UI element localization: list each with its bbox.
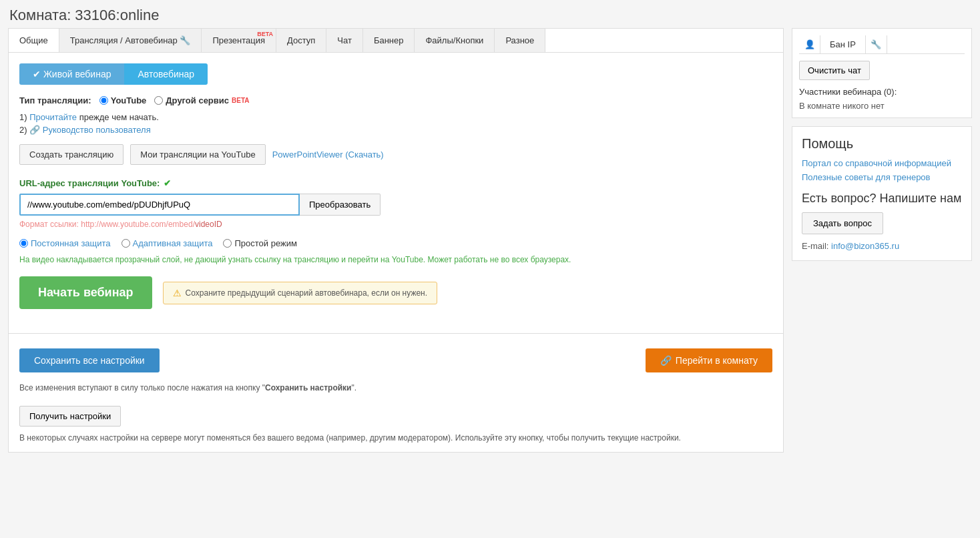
help-section: Помощь Портал со справочной информацией … <box>792 126 972 261</box>
step2-prefix: 2) <box>19 125 29 135</box>
ask-question-button[interactable]: Задать вопрос <box>802 212 883 234</box>
radio-other-service[interactable]: Другой сервис BETA <box>154 95 249 105</box>
broadcast-type-row: Тип трансляции: YouTube Другой сервис BE… <box>19 95 772 105</box>
tab-banner[interactable]: Баннер <box>363 29 415 52</box>
format-hint: Формат ссылки: http://www.youtube.com/em… <box>19 220 772 229</box>
start-row: Начать вебинар ⚠ Сохраните предыдущий сц… <box>19 276 772 309</box>
save-note: Все изменения вступают в силу только пос… <box>19 383 772 392</box>
protection-simple[interactable]: Простой режим <box>223 238 296 248</box>
right-top-card: 👤 Бан IP 🔧 Очистить чат Участники вебина… <box>792 28 972 118</box>
get-settings-button[interactable]: Получить настройки <box>19 406 121 427</box>
right-tab-user[interactable]: 👤 <box>799 35 820 53</box>
goto-icon: 🔗 <box>660 355 672 366</box>
warning-box: ⚠ Сохраните предыдущий сценарий автовеби… <box>163 282 437 304</box>
create-broadcast-button[interactable]: Создать трансляцию <box>19 144 124 165</box>
tab-bar: Общие Трансляция / Автовебинар 🔧 Презент… <box>8 28 784 52</box>
read-first-link[interactable]: Прочитайте <box>29 112 77 122</box>
auto-webinar-button[interactable]: Автовебинар <box>124 63 208 85</box>
protection-row: Постоянная защита Адаптивная защита Прос… <box>19 238 772 248</box>
user-guide-link[interactable]: Руководство пользователя <box>43 125 151 135</box>
pp-viewer-link[interactable]: PowerPointViewer (Скачать) <box>272 150 384 160</box>
url-input-row: Преобразовать <box>19 194 772 216</box>
tab-access[interactable]: Доступ <box>276 29 326 52</box>
my-broadcasts-button[interactable]: Мои трансляции на YouTube <box>130 144 266 165</box>
email-row: E-mail: info@bizon365.ru <box>802 241 962 251</box>
tab-general[interactable]: Общие <box>9 29 59 52</box>
info-links: 1) Прочитайте прежде чем начать. 2) 🔗 Ру… <box>19 112 772 135</box>
live-webinar-button[interactable]: ✔ Живой вебинар <box>19 63 124 85</box>
bottom-section: Сохранить все настройки 🔗 Перейти в комн… <box>8 334 784 453</box>
panel-content: ✔ Живой вебинар Автовебинар Тип трансляц… <box>8 52 784 334</box>
tab-files[interactable]: Файлы/Кнопки <box>415 29 495 52</box>
right-top-tabs: 👤 Бан IP 🔧 <box>799 35 965 54</box>
left-panel: Общие Трансляция / Автовебинар 🔧 Презент… <box>8 28 784 453</box>
broadcast-type-label: Тип трансляции: <box>19 95 91 105</box>
beta-badge: BETA <box>257 31 273 37</box>
wrench-icon: 🔧 <box>871 39 881 49</box>
right-tab-settings[interactable]: 🔧 <box>866 35 887 53</box>
bottom-row: Сохранить все настройки 🔗 Перейти в комн… <box>19 342 772 379</box>
read-first-suffix: прежде чем начать. <box>79 112 159 122</box>
warning-text: Сохраните предыдущий сценарий автовебина… <box>186 288 427 298</box>
external-icon: 🔗 <box>29 125 40 135</box>
convert-button[interactable]: Преобразовать <box>300 194 381 216</box>
url-label: URL-адрес трансляции YouTube: ✔ <box>19 178 772 188</box>
mode-buttons: ✔ Живой вебинар Автовебинар <box>19 63 772 85</box>
tab-chat[interactable]: Чат <box>326 29 363 52</box>
protection-adaptive[interactable]: Адаптивная защита <box>121 238 213 248</box>
no-participants-text: В комнате никого нет <box>799 101 965 111</box>
url-input[interactable] <box>19 194 300 216</box>
warning-icon: ⚠ <box>173 288 182 298</box>
right-tab-ban[interactable]: Бан IP <box>820 35 866 53</box>
tab-misc[interactable]: Разное <box>495 29 545 52</box>
protection-note: На видео накладывается прозрачный слой, … <box>19 254 772 266</box>
question-title: Есть вопрос? Напишите нам <box>802 192 962 206</box>
tab-broadcast[interactable]: Трансляция / Автовебинар 🔧 <box>59 29 202 52</box>
other-service-beta: BETA <box>232 97 249 104</box>
get-settings-note: В некоторых случаях настройки на сервере… <box>19 432 772 444</box>
url-section: URL-адрес трансляции YouTube: ✔ Преобраз… <box>19 178 772 229</box>
protection-constant[interactable]: Постоянная защита <box>19 238 111 248</box>
email-link[interactable]: info@bizon365.ru <box>831 241 899 251</box>
step1-prefix: 1) <box>19 112 29 122</box>
radio-youtube[interactable]: YouTube <box>99 95 147 105</box>
portal-link[interactable]: Портал со справочной информацией <box>802 158 962 168</box>
action-buttons-row: Создать трансляцию Мои трансляции на You… <box>19 144 772 165</box>
page-title: Комната: 33106:online <box>0 0 980 28</box>
clear-chat-button[interactable]: Очистить чат <box>799 61 870 80</box>
url-check-icon: ✔ <box>164 178 171 188</box>
tab-presentation[interactable]: Презентация BETA <box>202 29 276 52</box>
save-all-button[interactable]: Сохранить все настройки <box>19 348 160 372</box>
start-webinar-button[interactable]: Начать вебинар <box>19 276 152 309</box>
goto-room-button[interactable]: 🔗 Перейти в комнату <box>646 348 772 372</box>
tips-link[interactable]: Полезные советы для тренеров <box>802 172 962 182</box>
participants-label: Участники вебинара (0): <box>799 87 965 97</box>
user-icon: 👤 <box>804 39 815 49</box>
help-title: Помощь <box>802 136 962 152</box>
right-panel: 👤 Бан IP 🔧 Очистить чат Участники вебина… <box>792 28 972 453</box>
